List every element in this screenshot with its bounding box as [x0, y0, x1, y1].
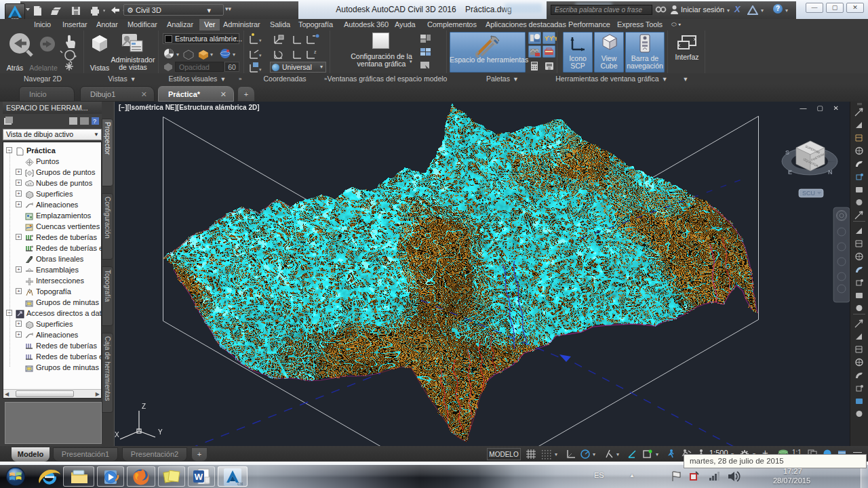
- svg-text:W: W: [195, 472, 203, 482]
- svg-text:▾: ▾: [233, 52, 235, 58]
- svg-text:?: ?: [93, 118, 96, 125]
- svg-text:ϒϒϒ: ϒϒϒ: [545, 35, 557, 42]
- svg-text:▾: ▾: [259, 38, 262, 43]
- svg-text:▾: ▾: [259, 53, 262, 58]
- svg-text:z: z: [314, 49, 317, 54]
- svg-text:C3D: C3D: [237, 482, 243, 486]
- svg-text:▾: ▾: [210, 52, 213, 58]
- svg-text:▾: ▾: [259, 67, 262, 72]
- svg-text:▾: ▾: [176, 52, 179, 58]
